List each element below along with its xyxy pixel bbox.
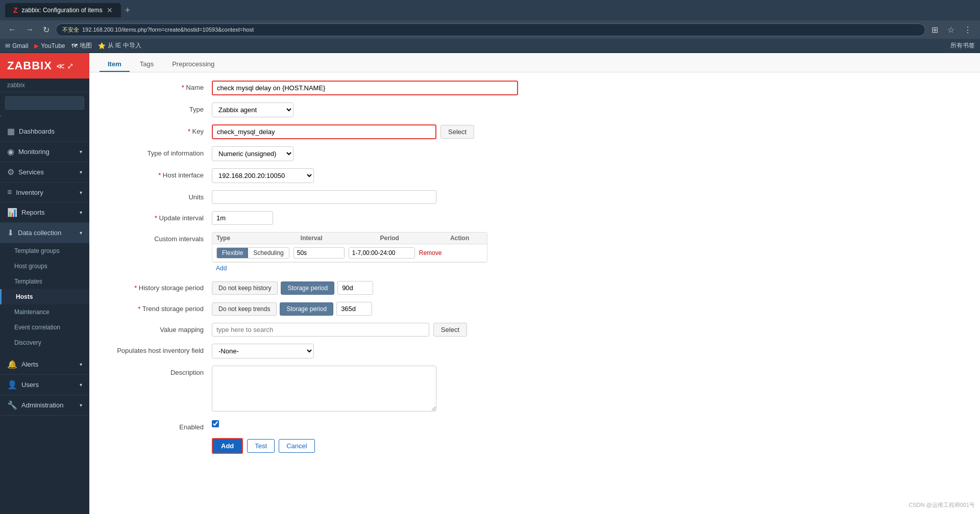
type-label: Type bbox=[100, 102, 212, 113]
all-bookmarks[interactable]: 所有书签 bbox=[950, 41, 975, 50]
sidebar-item-maintenance[interactable]: Maintenance bbox=[0, 304, 89, 320]
host-interface-label: Host interface bbox=[100, 168, 212, 179]
new-tab-btn[interactable]: + bbox=[125, 5, 131, 16]
type-info-control: Numeric (unsigned) bbox=[212, 146, 518, 161]
tab-close-btn[interactable]: ✕ bbox=[107, 6, 113, 14]
menu-btn[interactable]: ⋮ bbox=[961, 24, 975, 36]
scheduling-btn[interactable]: Scheduling bbox=[248, 248, 288, 258]
bookmark-maps[interactable]: 🗺 地图 bbox=[71, 41, 92, 50]
address-bar[interactable]: 不安全 192.168.200.10/items.php?form=create… bbox=[56, 23, 925, 36]
sidebar-item-hosts[interactable]: Hosts bbox=[0, 289, 89, 304]
bookmark-import[interactable]: ⭐ 从 IE 中导入 bbox=[98, 41, 141, 50]
sidebar-item-data-collection[interactable]: ⬇ Data collection ▾ bbox=[0, 223, 89, 243]
enabled-control bbox=[212, 420, 518, 427]
type-select[interactable]: Zabbix agent bbox=[212, 102, 293, 117]
page-tabs: Item Tags Preprocessing bbox=[89, 53, 980, 72]
units-input[interactable] bbox=[212, 190, 436, 204]
sidebar-item-administration[interactable]: 🔧 Administration ▾ bbox=[0, 395, 89, 416]
add-btn[interactable]: Add bbox=[212, 438, 243, 454]
trend-value-input[interactable] bbox=[336, 302, 372, 316]
key-control: Select bbox=[212, 124, 518, 139]
value-mapping-input[interactable] bbox=[212, 323, 429, 337]
sidebar-item-discovery[interactable]: Discovery bbox=[0, 335, 89, 350]
add-interval-btn[interactable]: Add bbox=[212, 263, 231, 274]
content-area: Item Tags Preprocessing Name Type Zabbix… bbox=[89, 53, 980, 514]
youtube-icon: ▶ bbox=[34, 42, 39, 49]
form-row-trend: Trend storage period Do not keep trends … bbox=[100, 302, 965, 316]
value-mapping-select-btn[interactable]: Select bbox=[433, 323, 467, 337]
browser-nav: ← → ↻ 不安全 192.168.200.10/items.php?form=… bbox=[0, 20, 980, 39]
sidebar-item-label: Monitoring bbox=[18, 148, 50, 156]
col-type: Type bbox=[216, 235, 301, 242]
description-textarea[interactable] bbox=[212, 366, 436, 412]
sidebar-item-inventory[interactable]: ≡ Inventory ▾ bbox=[0, 183, 89, 202]
bookmark-gmail[interactable]: ✉ Gmail bbox=[5, 42, 28, 49]
sidebar-item-label: Dashboards bbox=[19, 127, 55, 135]
search-box: 🔍 bbox=[0, 92, 89, 121]
bookmark-btn[interactable]: ☆ bbox=[944, 24, 958, 36]
forward-btn[interactable]: → bbox=[22, 24, 37, 35]
tab-preprocessing[interactable]: Preprocessing bbox=[164, 57, 223, 72]
description-control bbox=[212, 366, 518, 413]
form-row-type: Type Zabbix agent bbox=[100, 102, 965, 117]
sidebar-item-alerts[interactable]: 🔔 Alerts ▾ bbox=[0, 354, 89, 375]
trend-no-keep-btn[interactable]: Do not keep trends bbox=[212, 302, 277, 316]
cancel-btn[interactable]: Cancel bbox=[279, 439, 314, 453]
test-btn[interactable]: Test bbox=[247, 439, 275, 453]
form-container: Name Type Zabbix agent Key Se bbox=[89, 72, 980, 474]
flexible-btn[interactable]: Flexible bbox=[217, 248, 248, 258]
history-storage-period-btn[interactable]: Storage period bbox=[281, 281, 334, 295]
sidebar-item-dashboards[interactable]: ▦ Dashboards bbox=[0, 121, 89, 142]
sidebar-item-event-correlation[interactable]: Event correlation bbox=[0, 320, 89, 335]
enabled-checkbox[interactable] bbox=[212, 420, 219, 427]
search-input[interactable] bbox=[5, 96, 84, 110]
units-label: Units bbox=[100, 190, 212, 201]
extensions-btn[interactable]: ⊞ bbox=[928, 24, 941, 36]
tab-tags[interactable]: Tags bbox=[132, 57, 162, 72]
back-btn[interactable]: ← bbox=[5, 24, 19, 35]
trend-storage-period-btn[interactable]: Storage period bbox=[280, 302, 333, 316]
sidebar-item-reports[interactable]: 📊 Reports ▾ bbox=[0, 202, 89, 223]
logo-area: ZABBIX ≪ ⤢ bbox=[0, 53, 89, 79]
type-info-select[interactable]: Numeric (unsigned) bbox=[212, 146, 293, 161]
sidebar-item-users[interactable]: 👤 Users ▾ bbox=[0, 375, 89, 395]
update-interval-input[interactable] bbox=[212, 211, 273, 225]
sidebar-item-monitoring[interactable]: ◉ Monitoring ▾ bbox=[0, 142, 89, 162]
sidebar-item-services[interactable]: ⚙ Services ▾ bbox=[0, 162, 89, 183]
sidebar-item-templates[interactable]: Templates bbox=[0, 274, 89, 289]
bookmark-youtube[interactable]: ▶ YouTube bbox=[34, 42, 65, 49]
period-input[interactable] bbox=[349, 247, 415, 259]
interval-value-input[interactable] bbox=[293, 247, 345, 259]
sidebar-item-label: Users bbox=[21, 381, 39, 389]
reload-btn[interactable]: ↻ bbox=[40, 24, 53, 36]
form-row-type-info: Type of information Numeric (unsigned) bbox=[100, 146, 965, 161]
key-select-btn[interactable]: Select bbox=[440, 125, 474, 139]
watermark: CSDN @运维工程师001号 bbox=[909, 501, 975, 509]
key-input[interactable] bbox=[212, 124, 436, 139]
description-label: Description bbox=[100, 366, 212, 376]
name-input[interactable] bbox=[212, 81, 518, 95]
data-collection-arrow: ▾ bbox=[80, 230, 82, 236]
remove-interval-btn[interactable]: Remove bbox=[419, 249, 442, 256]
form-row-host-interface: Host interface 192.168.200.20:10050 bbox=[100, 168, 965, 183]
browser-chrome: Z zabbix: Configuration of items ✕ + bbox=[0, 0, 980, 20]
value-mapping-label: Value mapping bbox=[100, 323, 212, 333]
col-action: Action bbox=[450, 235, 483, 242]
users-icon: 👤 bbox=[7, 380, 17, 390]
sidebar-item-host-groups[interactable]: Host groups bbox=[0, 259, 89, 274]
host-interface-select[interactable]: 192.168.200.20:10050 bbox=[212, 168, 314, 183]
monitoring-arrow: ▾ bbox=[80, 149, 82, 155]
history-no-keep-btn[interactable]: Do not keep history bbox=[212, 281, 278, 295]
sidebar-item-template-groups[interactable]: Template groups bbox=[0, 243, 89, 259]
trend-label: Trend storage period bbox=[100, 302, 212, 313]
alerts-arrow: ▾ bbox=[80, 362, 82, 367]
enabled-label: Enabled bbox=[100, 420, 212, 431]
populates-control: -None- bbox=[212, 344, 518, 358]
sidebar-item-label: Alerts bbox=[21, 361, 38, 368]
form-row-populates: Populates host inventory field -None- bbox=[100, 344, 965, 358]
data-collection-icon: ⬇ bbox=[7, 228, 14, 238]
populates-select[interactable]: -None- bbox=[212, 344, 314, 358]
browser-tab[interactable]: Z zabbix: Configuration of items ✕ bbox=[5, 3, 121, 17]
tab-item[interactable]: Item bbox=[100, 57, 130, 72]
history-value-input[interactable] bbox=[337, 281, 373, 295]
